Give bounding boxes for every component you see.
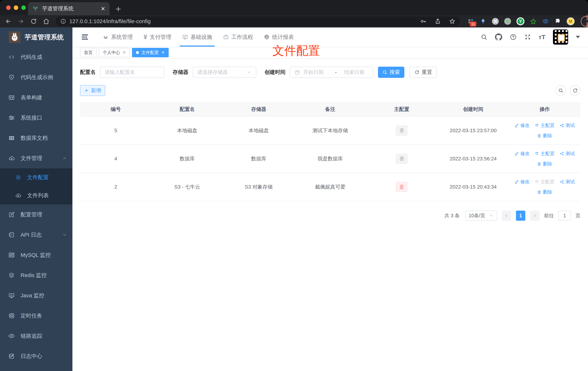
zoom-window-button[interactable] (21, 5, 26, 10)
close-icon[interactable]: ✕ (161, 50, 165, 55)
test-link[interactable]: 测试 (560, 179, 575, 185)
chevron-down-icon (489, 213, 494, 218)
tag-home[interactable]: 首页 (80, 48, 97, 57)
delete-link[interactable]: 删除 (537, 161, 552, 167)
fullscreen-icon[interactable] (524, 34, 531, 41)
delete-link[interactable]: 删除 (537, 133, 552, 139)
sidebar-item-code-generation[interactable]: 代码生成 (0, 47, 73, 67)
page-content: 配置名 存储器 请选择存储器 创建时间 开始日期 - 结束日期 (73, 59, 588, 371)
sidebar-item-java-monitor[interactable]: Java 监控 (0, 285, 73, 306)
bookmark-star-icon[interactable] (449, 18, 455, 25)
reload-icon[interactable] (30, 18, 37, 25)
col-id: 编号 (80, 102, 151, 117)
add-button[interactable]: 新增 (80, 85, 105, 96)
table-row: 2 S3 - 七牛云 S3 对象存储 戴佩妮真可爱 是 2022-03-15 2… (80, 173, 580, 201)
avatar-dropdown-icon[interactable] (576, 36, 580, 38)
extension-command-icon[interactable] (492, 18, 499, 25)
site-info-icon[interactable] (60, 18, 66, 24)
edit-link[interactable]: 修改 (514, 179, 530, 185)
sidebar-item-file-management[interactable]: 文件管理 (0, 148, 73, 168)
delete-link[interactable]: 删除 (537, 189, 552, 195)
sidebar-item-db-doc[interactable]: 数据库文档 (0, 128, 73, 148)
test-link[interactable]: 测试 (560, 150, 575, 157)
master-tag: 是 (396, 182, 407, 192)
search-icon[interactable] (481, 34, 487, 41)
extension-star-icon[interactable] (530, 18, 537, 25)
github-icon[interactable] (495, 33, 502, 41)
sidebar-item-tracing[interactable]: 链路追踪 (0, 326, 73, 346)
sidebar-item-config-management[interactable]: 配置管理 (0, 204, 73, 225)
top-menu-reports[interactable]: 统计报表 (261, 27, 296, 47)
sidebar-item-system-api[interactable]: 系统接口 (0, 108, 73, 128)
app-logo[interactable]: 芋道管理系统 (0, 27, 73, 47)
forward-icon[interactable] (18, 18, 24, 25)
top-menu-system[interactable]: 系统管理 (100, 27, 135, 47)
filter-form: 配置名 存储器 请选择存储器 创建时间 开始日期 - 结束日期 (80, 67, 580, 78)
tag-file-config[interactable]: 文件配置 ✕ (132, 48, 168, 57)
table-search-toggle-button[interactable] (556, 85, 566, 96)
extension-gray-dot-icon[interactable] (504, 18, 511, 25)
search-button[interactable]: 搜索 (378, 67, 404, 78)
user-avatar-qr[interactable] (553, 30, 568, 45)
prev-page-button[interactable] (502, 211, 511, 221)
minimize-window-button[interactable] (14, 5, 18, 10)
master-config-link-disabled: 主配置 (535, 179, 555, 185)
eye-icon (8, 333, 15, 339)
file-config-table: 编号 配置名 存储器 备注 主配置 创建时间 操作 5 本地磁盘 本地磁盘 测试 (80, 102, 580, 201)
close-window-button[interactable] (6, 5, 11, 10)
date-range-picker[interactable]: 开始日期 - 结束日期 (290, 67, 373, 78)
top-menu-workflow[interactable]: 工作流程 (220, 27, 255, 47)
sidebar-item-redis-monitor[interactable]: Redis 监控 (0, 265, 73, 285)
extension-y-icon[interactable]: Y (516, 17, 525, 25)
back-icon[interactable] (5, 18, 11, 25)
sidebar-item-scheduled-tasks[interactable]: 定时任务 (0, 306, 73, 326)
date-start-placeholder: 开始日期 (303, 69, 332, 76)
font-size-icon[interactable]: ᴛT (539, 34, 545, 41)
test-link[interactable]: 测试 (560, 122, 575, 129)
edit-link[interactable]: 修改 (514, 122, 530, 129)
tag-profile[interactable]: 个人中心 ✕ (99, 48, 130, 57)
browser-update-button[interactable]: 更新 (581, 16, 588, 27)
close-icon[interactable]: ✕ (123, 50, 126, 55)
share-icon[interactable] (434, 18, 441, 25)
edit-link[interactable]: 修改 (514, 150, 530, 157)
master-config-link[interactable]: 主配置 (535, 150, 555, 157)
header-actions: ᴛT (481, 30, 580, 45)
table-refresh-button[interactable] (570, 85, 580, 96)
extension-grid-icon[interactable]: 11 (467, 18, 474, 25)
storage-select[interactable]: 请选择存储器 (193, 67, 256, 78)
reset-button[interactable]: 重置 (410, 67, 437, 78)
sidebar-item-code-example[interactable]: 代码生成示例 (0, 67, 73, 87)
config-name-field[interactable] (100, 67, 164, 78)
new-tab-button[interactable] (115, 5, 122, 13)
sidebar-item-file-list[interactable]: 文件列表 (0, 186, 73, 204)
col-storage: 存储器 (223, 102, 294, 117)
extension-kite-icon[interactable] (480, 18, 486, 25)
extension-puzzle-icon[interactable] (554, 18, 561, 25)
sidebar-item-file-config[interactable]: 文件配置 (0, 168, 73, 186)
form-icon (8, 94, 15, 101)
top-menu-infrastructure[interactable]: 基础设施 (180, 27, 215, 47)
sidebar-item-mysql-monitor[interactable]: MySQL 监控 (0, 245, 73, 265)
current-page[interactable]: 1 (516, 211, 525, 221)
tab-close-icon[interactable]: ✕ (101, 6, 105, 12)
help-icon[interactable] (510, 34, 517, 41)
extension-emoji-icon[interactable] (567, 17, 575, 25)
config-name-input[interactable] (105, 69, 160, 75)
sidebar-item-form-builder[interactable]: 表单构建 (0, 87, 73, 108)
yen-icon: ¥ (144, 33, 147, 41)
top-menu-payment[interactable]: ¥ 支付管理 (141, 27, 174, 47)
sidebar-item-log-center[interactable]: 日志中心 (0, 346, 73, 366)
sidebar-item-api-log[interactable]: API 日志 (0, 225, 73, 245)
browser-tab[interactable]: 芋道管理系统 ✕ (28, 2, 110, 15)
address-input[interactable]: 127.0.0.1:1024/infra/file/file-config (56, 16, 460, 26)
extension-eye-icon[interactable] (542, 18, 549, 25)
next-page-button[interactable] (530, 211, 539, 221)
page-size-select[interactable]: 10条/页 (465, 211, 497, 221)
home-icon[interactable] (43, 18, 50, 25)
favicon-seedling-icon (32, 6, 39, 12)
sidebar-collapse-icon[interactable] (81, 33, 89, 41)
master-config-link[interactable]: 主配置 (535, 122, 555, 129)
password-key-icon[interactable] (420, 18, 427, 25)
goto-page-input[interactable] (558, 211, 571, 221)
